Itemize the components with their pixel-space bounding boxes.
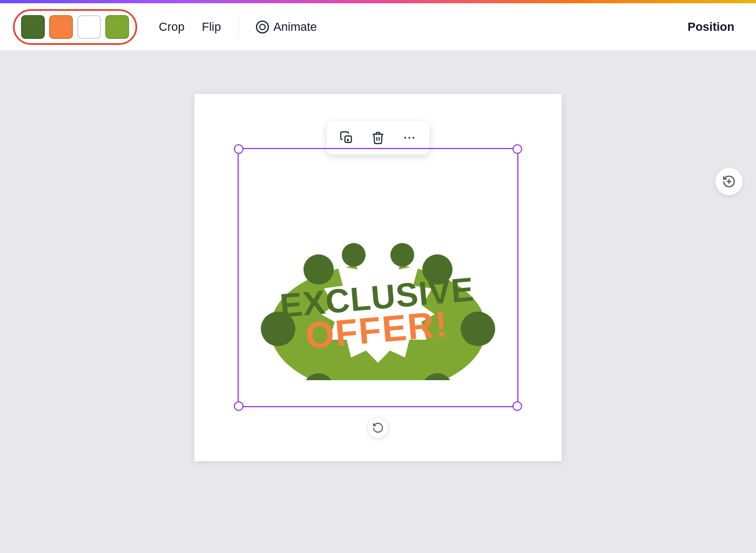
flip-button[interactable]: Flip bbox=[193, 16, 230, 38]
toolbar-divider bbox=[238, 16, 239, 38]
svg-point-12 bbox=[413, 137, 414, 138]
more-dots-icon bbox=[402, 131, 416, 145]
color-swatch-light-green[interactable] bbox=[105, 15, 129, 39]
svg-point-10 bbox=[404, 137, 406, 138]
canvas-card[interactable]: EXCLUSIVE OFFER! bbox=[194, 94, 562, 461]
svg-point-23 bbox=[390, 243, 414, 267]
more-context-button[interactable] bbox=[398, 126, 421, 149]
rotate-icon bbox=[372, 422, 384, 434]
svg-point-17 bbox=[461, 312, 495, 346]
position-button[interactable]: Position bbox=[679, 16, 743, 38]
svg-point-22 bbox=[342, 243, 366, 267]
handle-bottom-left[interactable] bbox=[234, 401, 244, 411]
svg-point-18 bbox=[303, 254, 334, 285]
delete-context-button[interactable] bbox=[367, 126, 389, 149]
rotate-handle-bottom[interactable] bbox=[367, 417, 389, 439]
color-swatches-group bbox=[13, 9, 137, 45]
svg-point-11 bbox=[408, 137, 410, 138]
copy-context-icon bbox=[340, 131, 354, 145]
color-swatch-orange[interactable] bbox=[49, 15, 73, 39]
color-swatch-white[interactable] bbox=[77, 15, 101, 39]
handle-top-right[interactable] bbox=[512, 144, 522, 154]
rotate-plus-icon bbox=[722, 174, 736, 188]
canvas-area: EXCLUSIVE OFFER! bbox=[0, 51, 756, 553]
handle-bottom-right[interactable] bbox=[512, 401, 522, 411]
context-toolbar bbox=[327, 121, 429, 154]
animate-icon bbox=[256, 21, 269, 33]
handle-top-left[interactable] bbox=[234, 144, 244, 154]
rotate-button-right[interactable] bbox=[715, 167, 743, 195]
copy-context-button[interactable] bbox=[335, 126, 358, 149]
offer-graphic: EXCLUSIVE OFFER! bbox=[248, 175, 508, 380]
color-swatch-dark-green[interactable] bbox=[21, 15, 45, 39]
crop-button[interactable]: Crop bbox=[150, 16, 193, 38]
animate-button[interactable]: Animate bbox=[247, 16, 326, 38]
exclusive-offer-svg: EXCLUSIVE OFFER! bbox=[248, 175, 508, 380]
trash-icon bbox=[371, 131, 385, 145]
toolbar: Crop Flip Animate Position bbox=[0, 3, 756, 51]
